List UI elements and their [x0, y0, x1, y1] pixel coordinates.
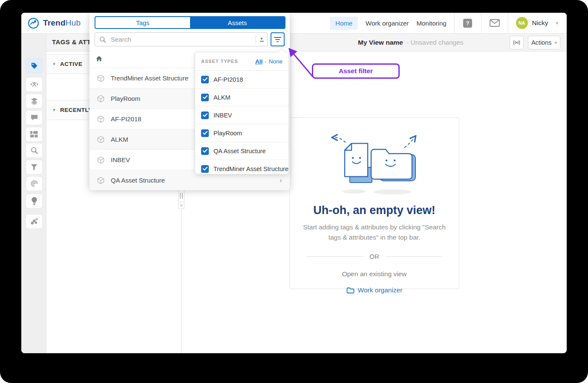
tag-icon: [30, 62, 38, 70]
avatar[interactable]: NA: [516, 17, 528, 29]
collapse-panel-button[interactable]: ✕: [178, 202, 184, 209]
sidebar-suggestions-button[interactable]: [26, 194, 43, 209]
select-links: All - None: [255, 58, 282, 65]
asset-types-header: ASSET TYPES All - None: [195, 52, 288, 70]
sidebar-comments-button[interactable]: [26, 110, 43, 125]
checkbox[interactable]: [201, 111, 209, 119]
annotation-box: Asset filter: [312, 63, 400, 79]
checkbox[interactable]: [201, 94, 209, 101]
view-title: My View name - Unsaved changes: [358, 39, 464, 46]
or-divider: OR: [307, 253, 442, 260]
search-input[interactable]: [110, 35, 256, 43]
check-icon: [203, 149, 208, 153]
asset-type-option[interactable]: ALKM: [195, 88, 288, 106]
screenshot-frame: TrendHub ▾ Home Work organizer Monitorin…: [0, 0, 588, 383]
checkbox[interactable]: [201, 76, 209, 83]
sidebar-context-button[interactable]: [26, 214, 43, 229]
asset-types-popover: ASSET TYPES All - None AF-PI2018: [195, 52, 289, 174]
chevron-down-icon: ▼: [52, 62, 56, 66]
layers-icon: [30, 97, 38, 105]
folder-icon: [346, 287, 355, 294]
empty-view-card: Uh-oh, an empty view! Start adding tags …: [289, 117, 459, 289]
checkbox[interactable]: [201, 165, 209, 173]
section-label: ACTIVE: [60, 61, 83, 67]
empty-view-text: Start adding tags & attributes by clicki…: [290, 222, 459, 243]
fingerprint-icon: [30, 180, 38, 188]
drag-handle[interactable]: [178, 189, 184, 202]
chevron-down-icon[interactable]: ▾: [556, 20, 558, 26]
check-icon: [203, 131, 208, 135]
work-organizer-link[interactable]: Work organizer: [346, 286, 403, 294]
trendhub-logo[interactable]: TrendHub ▾: [28, 13, 98, 33]
chevron-down-icon: ▾: [555, 40, 557, 46]
messages-button[interactable]: [489, 17, 500, 29]
asset-cube-icon: [97, 95, 104, 103]
brand-name: TrendHub: [43, 18, 81, 28]
asset-filter-button[interactable]: [271, 32, 285, 46]
chevron-down-icon: ▼: [52, 108, 56, 112]
icon-rail: [21, 33, 46, 353]
help-icon: ?: [463, 19, 472, 28]
home-icon[interactable]: [96, 56, 102, 62]
filter-lines-icon: [274, 37, 281, 38]
browser-tabs: Tags Assets: [95, 16, 285, 29]
divider: [454, 13, 455, 33]
checkbox[interactable]: [201, 147, 209, 155]
empty-view-illustration: [328, 132, 421, 196]
actions-button[interactable]: Actions ▾: [528, 36, 560, 49]
panel-resize-handle: ✕: [178, 189, 184, 209]
nav-item-home[interactable]: Home: [330, 17, 358, 30]
sidebar-fingerprints-button[interactable]: [26, 176, 43, 191]
navbar-right: Home Work organizer Monitoring ? NA Nick…: [330, 13, 567, 33]
search-history-toggle[interactable]: ▼: [256, 35, 267, 44]
tab-assets[interactable]: Assets: [190, 17, 285, 28]
user-name: Nicky: [532, 19, 548, 27]
check-icon: [203, 77, 208, 81]
asset-cube-icon: [97, 177, 104, 184]
search-row: ▼: [95, 32, 285, 46]
asset-type-option[interactable]: PlayRoom: [195, 124, 288, 142]
sidebar-layers-button[interactable]: [26, 94, 43, 109]
comment-icon: [30, 114, 38, 121]
formulas-icon: [30, 80, 38, 89]
settings-button[interactable]: [26, 353, 43, 353]
nav-item-monitoring[interactable]: Monitoring: [417, 20, 447, 27]
asset-type-option[interactable]: AF-PI2018: [195, 70, 288, 88]
asset-cube-icon: [97, 115, 104, 123]
divider: [481, 13, 481, 33]
asset-types-title: ASSET TYPES: [201, 59, 238, 64]
asset-cube-icon: [97, 156, 104, 164]
app-window: TrendHub ▾ Home Work organizer Monitorin…: [21, 13, 567, 353]
sidebar-formulas-button[interactable]: [26, 77, 43, 92]
live-mode-button[interactable]: [510, 36, 524, 49]
trendhub-logo-icon: [28, 17, 39, 29]
search-icon: [99, 36, 106, 43]
asset-type-option[interactable]: INBEV: [195, 106, 288, 124]
funnel-icon: [30, 163, 38, 171]
nav-item-work-organizer[interactable]: Work organizer: [366, 20, 409, 27]
asset-types-list: AF-PI2018 ALKM: [195, 70, 288, 177]
asset-type-option[interactable]: TrendMiner Asset Structure: [195, 160, 288, 177]
search-box: ▼: [95, 32, 268, 46]
divider: [508, 13, 508, 33]
check-icon: [203, 113, 208, 117]
mail-icon: [490, 19, 500, 27]
view-name: My View name: [358, 39, 403, 46]
check-icon: [203, 167, 208, 171]
sidebar-views-button[interactable]: [26, 127, 43, 142]
check-icon: [203, 95, 208, 99]
tab-tags[interactable]: Tags: [95, 17, 190, 28]
sidebar-tags-button[interactable]: [26, 58, 43, 73]
asset-type-option[interactable]: QA Asset Structure: [195, 142, 288, 160]
select-none-link[interactable]: None: [269, 58, 282, 65]
select-all-link[interactable]: All: [255, 58, 262, 65]
checkbox[interactable]: [201, 129, 209, 137]
view-status: - Unsaved changes: [406, 39, 464, 46]
asset-cube-icon: [97, 136, 104, 143]
help-button[interactable]: ?: [462, 17, 473, 29]
dashboard-icon: [30, 131, 38, 138]
empty-view-title: Uh-oh, an empty view!: [290, 204, 459, 217]
sidebar-search-button[interactable]: [26, 143, 43, 158]
sidebar-filters-button[interactable]: [26, 160, 43, 174]
node-graph-icon: [30, 217, 38, 226]
